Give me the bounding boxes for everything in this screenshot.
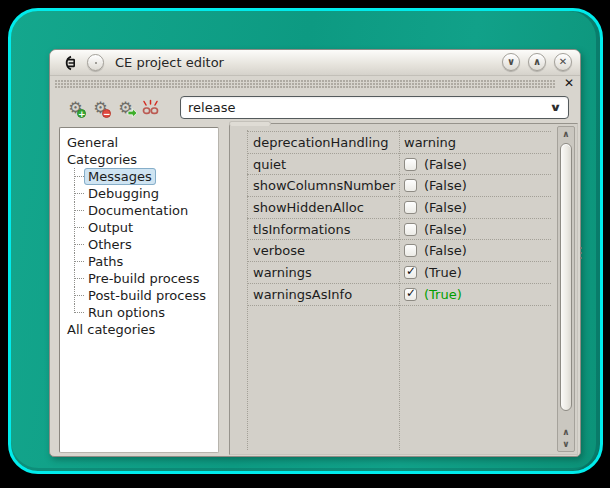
window-controls: ∨∧✕ [502, 53, 572, 71]
configuration-combobox-value: release [188, 100, 551, 115]
property-value: ✓(True) [399, 287, 551, 302]
property-row-warnings: warnings✓(True) [247, 262, 551, 284]
window-title: CE project editor [115, 55, 224, 70]
checkbox-tlsInformations[interactable] [404, 223, 417, 236]
property-value: (False) [399, 178, 551, 193]
scroll-up-button-bottom[interactable]: ∧ [558, 426, 574, 438]
checkbox-quiet[interactable] [404, 158, 417, 171]
tree-item-label: General [67, 135, 118, 150]
property-name: verbose [247, 243, 399, 258]
tree-item-label: Paths [88, 254, 123, 269]
property-name: tlsInformations [247, 222, 399, 237]
panel-splitter[interactable] [221, 124, 228, 456]
ce-project-editor-window: CE project editor ∨∧✕ ✕ ⚙ + ⚙ − ⚙ [49, 49, 581, 457]
editor-content: GeneralCategoriesMessagesDebuggingDocume… [50, 124, 580, 456]
dock-title-bar: ✕ [50, 76, 580, 91]
copy-configuration-button[interactable]: ⚙ [115, 97, 136, 118]
property-value: (False) [399, 157, 551, 172]
tree-item-run-options[interactable]: Run options [60, 304, 218, 321]
tree-item-label: Output [88, 220, 133, 235]
tree-item-label: Post-build process [88, 288, 206, 303]
property-value-text: (False) [424, 200, 467, 215]
combo-caret-icon: ∨ [549, 101, 562, 114]
property-name: quiet [247, 157, 399, 172]
unlink-configuration-button[interactable] [140, 97, 161, 118]
property-value-text: (False) [424, 222, 467, 237]
property-row-warningsAsInfo: warningsAsInfo✓(True) [247, 284, 551, 306]
tree-item-categories[interactable]: Categories [60, 151, 218, 168]
add-configuration-button[interactable]: ⚙ + [65, 97, 86, 118]
tree-item-label: Categories [67, 152, 137, 167]
checkbox-warnings[interactable]: ✓ [404, 266, 417, 279]
title-bar[interactable]: CE project editor ∨∧✕ [50, 50, 580, 76]
dock-texture[interactable] [55, 80, 556, 88]
app-logo-icon [60, 55, 78, 71]
remove-configuration-button[interactable]: ⚙ − [90, 97, 111, 118]
property-value-text: (True) [424, 265, 462, 280]
tree-item-label: Run options [88, 305, 165, 320]
check-icon: ✓ [406, 286, 416, 300]
property-value-text: (False) [424, 157, 467, 172]
window-menu-button[interactable] [87, 54, 104, 71]
scroll-down-button[interactable]: ∨ [558, 438, 574, 450]
checkbox-showColumnsNumber[interactable] [404, 179, 417, 192]
tree-item-label: Pre-build process [88, 271, 199, 286]
property-row-quiet: quiet(False) [247, 154, 551, 176]
screenshot-root: CE project editor ∨∧✕ ✕ ⚙ + ⚙ − ⚙ [0, 0, 610, 488]
property-name: deprecationHandling [247, 135, 399, 150]
property-name: showColumnsNumber [247, 178, 399, 193]
broken-link-icon [141, 98, 160, 117]
toolbar: ⚙ + ⚙ − ⚙ [50, 91, 580, 124]
property-value-text: (False) [424, 243, 467, 258]
property-row-showColumnsNumber: showColumnsNumber(False) [247, 175, 551, 197]
menu-dot-icon [95, 62, 97, 64]
configuration-combobox[interactable]: release ∨ [180, 96, 569, 119]
window-resize-grip[interactable] [579, 247, 582, 259]
checkbox-showHiddenAlloc[interactable] [404, 201, 417, 214]
scroll-up-button[interactable]: ∧ [558, 128, 574, 140]
minimize-button[interactable]: ∨ [502, 53, 520, 71]
checkbox-warningsAsInfo[interactable]: ✓ [404, 288, 417, 301]
tree-item-debugging[interactable]: Debugging [60, 185, 218, 202]
property-panel: deprecationHandlingwarningquiet(False)sh… [229, 123, 578, 455]
tree-item-documentation[interactable]: Documentation [60, 202, 218, 219]
tree-item-label: Others [88, 237, 132, 252]
property-value: ✓(True) [399, 265, 551, 280]
property-name: warningsAsInfo [247, 287, 399, 302]
panel-grip[interactable] [229, 121, 271, 126]
close-button[interactable]: ✕ [554, 53, 572, 71]
tree-item-label: Debugging [88, 186, 159, 201]
property-name: showHiddenAlloc [247, 200, 399, 215]
property-row-showHiddenAlloc: showHiddenAlloc(False) [247, 197, 551, 219]
tree-item-label: Documentation [88, 203, 188, 218]
desktop-frame: CE project editor ∨∧✕ ✕ ⚙ + ⚙ − ⚙ [8, 8, 603, 474]
close-icon: ✕ [559, 57, 567, 67]
vertical-scrollbar[interactable]: ∧ ∧ ∨ [557, 126, 575, 452]
tree-item-label: Messages [84, 168, 156, 185]
property-value: (False) [399, 200, 551, 215]
dock-close-button[interactable]: ✕ [564, 76, 574, 90]
property-row-tlsInformations: tlsInformations(False) [247, 219, 551, 241]
tree-item-general[interactable]: General [60, 134, 218, 151]
tree-item-output[interactable]: Output [60, 219, 218, 236]
property-value-text: (False) [424, 178, 467, 193]
tree-item-others[interactable]: Others [60, 236, 218, 253]
property-value: (False) [399, 243, 551, 258]
check-icon: ✓ [406, 264, 416, 278]
property-name: warnings [247, 265, 399, 280]
property-grid: deprecationHandlingwarningquiet(False)sh… [247, 131, 551, 306]
property-value: (False) [399, 222, 551, 237]
tree-item-post-build-process[interactable]: Post-build process [60, 287, 218, 304]
checkbox-verbose[interactable] [404, 244, 417, 257]
chevron-up-icon: ∧ [533, 57, 541, 67]
tree-item-messages[interactable]: Messages [60, 168, 218, 185]
maximize-button[interactable]: ∧ [528, 53, 546, 71]
property-value-text: warning [404, 135, 456, 150]
tree-item-all-categories[interactable]: All categories [60, 321, 218, 338]
property-row-verbose: verbose(False) [247, 240, 551, 262]
property-value-text: (True) [424, 287, 462, 302]
tree-item-pre-build-process[interactable]: Pre-build process [60, 270, 218, 287]
tree-item-paths[interactable]: Paths [60, 253, 218, 270]
category-tree: GeneralCategoriesMessagesDebuggingDocume… [59, 127, 219, 453]
scrollbar-thumb[interactable] [560, 143, 572, 411]
